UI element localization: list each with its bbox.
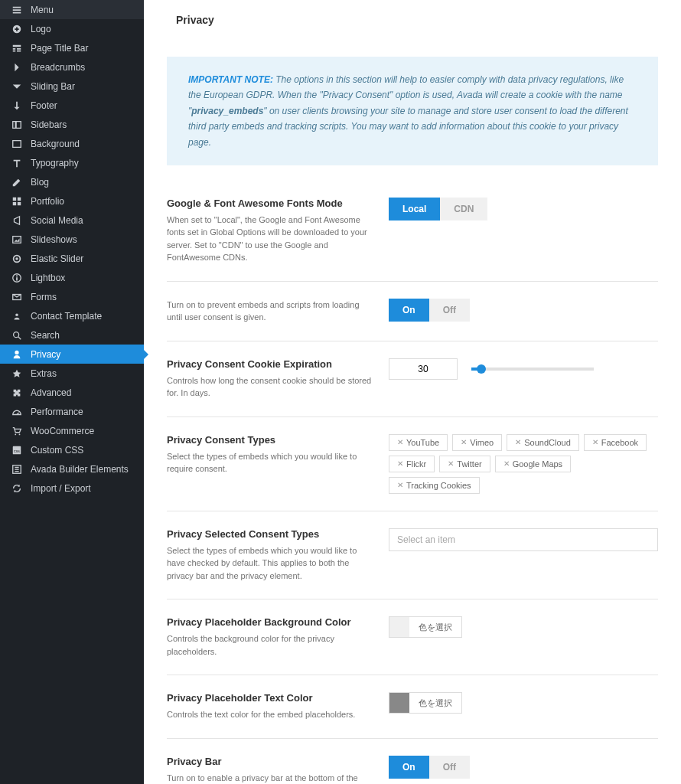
note-title: IMPORTANT NOTE: [188,74,273,85]
remove-icon[interactable]: ✕ [515,438,521,446]
fonts-local-button[interactable]: Local [389,198,440,220]
tag-flickr[interactable]: ✕Flickr [389,456,435,472]
sidebar-item-label: Breadcrumbs [31,62,85,73]
remove-icon[interactable]: ✕ [397,459,403,468]
sidebar-item-privacy[interactable]: Privacy [0,345,144,364]
placeholder-bg-color-picker[interactable]: 色を選択 [389,616,462,638]
tag-soundcloud[interactable]: ✕SoundCloud [507,434,579,451]
tag-youtube[interactable]: ✕YouTube [389,434,448,451]
selected-types-desc: Select the types of embeds which you wou… [167,544,373,583]
color-select-button[interactable]: 色を選択 [409,622,461,633]
main-content: Privacy IMPORTANT NOTE: The options in t… [144,0,681,784]
sidebar-item-social-media[interactable]: Social Media [0,211,144,230]
sidebar-item-extras[interactable]: Extras [0,364,144,383]
sidebar-item-label: WooCommerce [31,426,94,436]
sidebar-item-custom-css[interactable]: cssCustom CSS [0,440,144,459]
placeholder-text-color-picker[interactable]: 色を選択 [389,692,462,714]
color-swatch [389,693,409,713]
sidebar-item-elastic-slider[interactable]: Elastic Slider [0,249,144,268]
sidebar-item-label: Avada Builder Elements [31,464,129,475]
fonts-cdn-button[interactable]: CDN [440,198,487,220]
selected-types-select[interactable]: Select an item [389,528,658,551]
svg-point-9 [15,350,18,354]
tag-facebook[interactable]: ✕Facebook [584,434,647,451]
sidebar-item-search[interactable]: Search [0,325,144,345]
sidebar-item-typography[interactable]: Typography [0,153,144,172]
edit-icon [9,177,24,188]
svg-point-10 [15,433,16,435]
sidebar-item-advanced[interactable]: Advanced [0,383,144,402]
sidebar-item-logo[interactable]: Logo [0,19,144,38]
sidebar-item-label: Elastic Slider [31,253,83,264]
remove-icon[interactable]: ✕ [592,438,598,446]
consent-off-button[interactable]: Off [429,299,470,322]
remove-icon[interactable]: ✕ [397,481,403,489]
sidebar-item-slideshows[interactable]: Slideshows [0,230,144,249]
consent-types-tags: ✕YouTube✕Vimeo✕SoundCloud✕Facebook✕Flick… [389,434,658,494]
sidebar-item-page-title-bar[interactable]: Page Title Bar [0,38,144,57]
sidebar-item-woocommerce[interactable]: WooCommerce [0,421,144,440]
svg-point-11 [19,433,21,435]
slider-icon [9,253,24,264]
remove-icon[interactable]: ✕ [461,438,467,446]
image-icon [9,234,24,245]
sidebar-item-background[interactable]: Background [0,134,144,153]
tag-twitter[interactable]: ✕Twitter [439,456,490,472]
info-icon [9,273,24,283]
sidebar-item-label: Sliding Bar [31,81,75,92]
expiration-input[interactable] [389,358,458,380]
tag-google-maps[interactable]: ✕Google Maps [495,456,571,472]
sidebar-item-breadcrumbs[interactable]: Breadcrumbs [0,57,144,77]
sidebar-item-label: Privacy [31,349,60,360]
sidebar-item-menu[interactable]: Menu [0,0,144,19]
consent-types-title: Privacy Consent Types [167,434,373,446]
sidebar-item-label: Page Title Bar [31,43,88,54]
sidebar-item-performance[interactable]: Performance [0,402,144,421]
sidebar-item-import-export[interactable]: Import / Export [0,479,144,498]
refresh-icon [9,483,24,494]
sidebar-item-lightbox[interactable]: Lightbox [0,268,144,287]
sidebar-item-label: Extras [31,368,57,379]
grid-icon [9,196,24,207]
sidebar-item-sliding-bar[interactable]: Sliding Bar [0,77,144,96]
sidebar-item-contact-template[interactable]: Contact Template [0,306,144,325]
tag-vimeo[interactable]: ✕Vimeo [452,434,502,451]
tag-tracking-cookies[interactable]: ✕Tracking Cookies [389,477,480,494]
remove-icon[interactable]: ✕ [397,438,403,446]
bar-on-button[interactable]: On [389,756,429,779]
user-icon [9,349,24,360]
sidebar-item-footer[interactable]: Footer [0,96,144,115]
sidebar-item-label: Custom CSS [31,445,83,456]
color-select-button[interactable]: 色を選択 [409,697,461,709]
sidebar-item-label: Logo [31,24,51,34]
mail-icon [9,292,24,302]
puzzle-icon [9,387,24,398]
sidebar-item-label: Social Media [31,215,83,226]
down-arrow-icon [9,100,24,111]
sidebar-item-label: Background [31,139,80,149]
sidebar: MenuLogoPage Title BarBreadcrumbsSliding… [0,0,144,784]
svg-point-7 [15,313,18,316]
sidebar-item-sidebars[interactable]: Sidebars [0,115,144,134]
remove-icon[interactable]: ✕ [503,459,510,468]
sidebar-icon [9,119,24,130]
sidebar-item-avada-builder-elements[interactable]: Avada Builder Elements [0,459,144,479]
sidebar-item-forms[interactable]: Forms [0,287,144,306]
svg-rect-1 [13,140,21,147]
remove-icon[interactable]: ✕ [448,459,454,468]
consent-on-button[interactable]: On [389,299,429,322]
sidebar-item-portfolio[interactable]: Portfolio [0,191,144,211]
sidebar-item-label: Import / Export [31,483,91,494]
placeholder-text-title: Privacy Placeholder Text Color [167,692,373,704]
sidebar-item-label: Performance [31,407,83,417]
sidebar-item-label: Portfolio [31,196,64,207]
fonts-mode-desc: When set to "Local", the Google and Font… [167,214,373,264]
bar-off-button[interactable]: Off [429,756,470,779]
expiration-slider[interactable] [471,368,594,371]
sidebar-item-blog[interactable]: Blog [0,172,144,191]
fonts-mode-toggle: Local CDN [389,198,487,220]
titlebar-icon [9,43,24,54]
fonts-mode-title: Google & Font Awesome Fonts Mode [167,198,373,209]
plus-circle-icon [9,24,24,34]
sidebar-item-label: Typography [31,158,79,168]
